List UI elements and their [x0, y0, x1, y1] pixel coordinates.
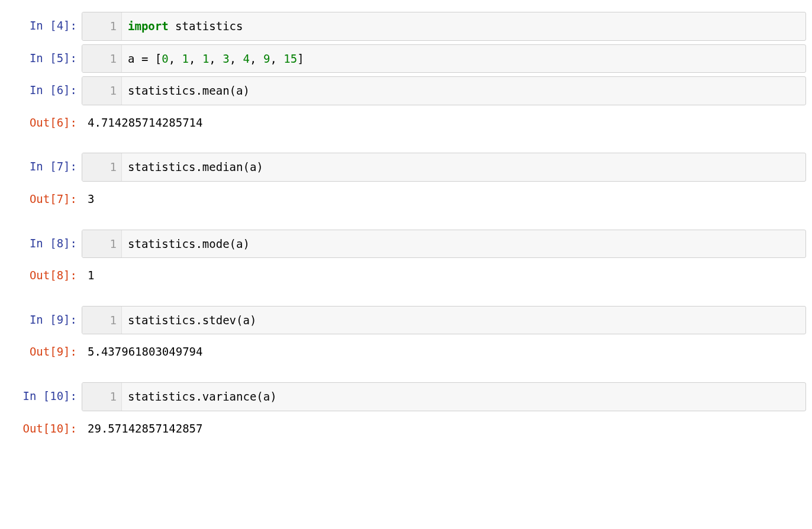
code-input-area[interactable]: 1statistics.stdev(a) — [82, 306, 806, 335]
code-content[interactable]: statistics.variance(a) — [122, 383, 805, 411]
line-number-gutter: 1 — [82, 383, 122, 411]
line-number-gutter: 1 — [82, 230, 122, 258]
in-prompt: In [10]: — [6, 382, 82, 411]
line-number-gutter: 1 — [82, 153, 122, 181]
line-number-gutter: 1 — [82, 45, 122, 73]
notebook-cell: In [6]:1statistics.mean(a)Out[6]:4.71428… — [6, 76, 806, 136]
out-prompt: Out[6]: — [6, 109, 82, 137]
code-token: , — [250, 52, 263, 65]
input-row: In [8]:1statistics.mode(a) — [6, 230, 806, 259]
code-token: , — [189, 52, 202, 65]
output-row: Out[7]:3 — [6, 185, 806, 213]
notebook-cell: In [4]:1import statistics — [6, 12, 806, 41]
number-token: 3 — [223, 52, 229, 65]
code-input-area[interactable]: 1statistics.mode(a) — [82, 230, 806, 259]
out-prompt: Out[7]: — [6, 185, 82, 213]
output-content: 3 — [82, 185, 806, 213]
code-content[interactable]: import statistics — [122, 12, 805, 40]
input-row: In [9]:1statistics.stdev(a) — [6, 306, 806, 335]
code-token: statistics — [169, 20, 243, 33]
notebook-cell: In [7]:1statistics.median(a)Out[7]:3 — [6, 153, 806, 212]
out-prompt: Out[9]: — [6, 338, 82, 366]
number-token: 15 — [283, 52, 297, 65]
code-input-area[interactable]: 1statistics.mean(a) — [82, 76, 806, 105]
in-prompt: In [5]: — [6, 44, 82, 73]
code-content[interactable]: statistics.stdev(a) — [122, 307, 805, 334]
code-token: statistics.stdev(a) — [128, 314, 256, 327]
output-content: 1 — [82, 262, 806, 289]
code-token: ] — [297, 52, 304, 65]
in-prompt: In [4]: — [6, 12, 82, 41]
code-input-area[interactable]: 1statistics.variance(a) — [82, 382, 806, 411]
keyword-token: import — [128, 20, 169, 33]
line-number-gutter: 1 — [82, 12, 122, 40]
code-token: statistics.variance(a) — [128, 390, 277, 403]
notebook-cell: In [8]:1statistics.mode(a)Out[8]:1 — [6, 230, 806, 289]
number-token: 1 — [202, 52, 209, 65]
code-input-area[interactable]: 1import statistics — [82, 12, 806, 41]
output-row: Out[8]:1 — [6, 262, 806, 289]
input-row: In [10]:1statistics.variance(a) — [6, 382, 806, 411]
output-row: Out[9]:5.437961803049794 — [6, 338, 806, 366]
in-prompt: In [8]: — [6, 230, 82, 259]
number-token: 4 — [243, 52, 250, 65]
code-token: a = [ — [128, 52, 162, 65]
code-input-area[interactable]: 1statistics.median(a) — [82, 153, 806, 182]
input-row: In [4]:1import statistics — [6, 12, 806, 41]
code-token: statistics.median(a) — [128, 160, 263, 173]
code-content[interactable]: a = [0, 1, 1, 3, 4, 9, 15] — [122, 45, 805, 73]
number-token: 1 — [182, 52, 189, 65]
notebook-cell: In [5]:1a = [0, 1, 1, 3, 4, 9, 15] — [6, 44, 806, 73]
line-number-gutter: 1 — [82, 77, 122, 105]
notebook-cell: In [10]:1statistics.variance(a)Out[10]:2… — [6, 382, 806, 442]
code-content[interactable]: statistics.mode(a) — [122, 230, 805, 258]
output-content: 4.714285714285714 — [82, 109, 806, 137]
output-content: 29.57142857142857 — [82, 415, 806, 443]
out-prompt: Out[10]: — [6, 415, 82, 443]
input-row: In [7]:1statistics.median(a) — [6, 153, 806, 182]
line-number-gutter: 1 — [82, 307, 122, 334]
number-token: 9 — [263, 52, 270, 65]
code-token: , — [230, 52, 243, 65]
out-prompt: Out[8]: — [6, 262, 82, 289]
code-token: statistics.mode(a) — [128, 237, 250, 250]
input-row: In [6]:1statistics.mean(a) — [6, 76, 806, 105]
output-row: Out[10]:29.57142857142857 — [6, 415, 806, 443]
code-token: statistics.mean(a) — [128, 84, 250, 97]
code-content[interactable]: statistics.median(a) — [122, 153, 805, 181]
output-row: Out[6]:4.714285714285714 — [6, 109, 806, 137]
code-content[interactable]: statistics.mean(a) — [122, 77, 805, 105]
in-prompt: In [6]: — [6, 76, 82, 105]
notebook-container: In [4]:1import statisticsIn [5]:1a = [0,… — [6, 12, 806, 442]
code-token: , — [169, 52, 182, 65]
code-token: , — [270, 52, 283, 65]
in-prompt: In [7]: — [6, 153, 82, 182]
output-content: 5.437961803049794 — [82, 338, 806, 366]
code-token: , — [209, 52, 223, 65]
code-input-area[interactable]: 1a = [0, 1, 1, 3, 4, 9, 15] — [82, 44, 806, 73]
in-prompt: In [9]: — [6, 306, 82, 335]
number-token: 0 — [162, 52, 168, 65]
notebook-cell: In [9]:1statistics.stdev(a)Out[9]:5.4379… — [6, 306, 806, 366]
input-row: In [5]:1a = [0, 1, 1, 3, 4, 9, 15] — [6, 44, 806, 73]
